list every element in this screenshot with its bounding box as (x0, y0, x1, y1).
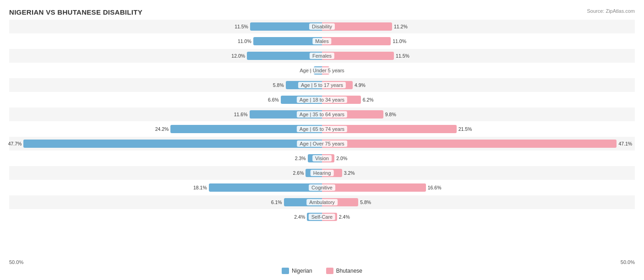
row-label: Age | Over 75 years (297, 140, 347, 147)
row-label: Age | 5 to 17 years (298, 82, 346, 88)
table-row: 5.8% 4.9% Age | 5 to 17 years (9, 78, 635, 92)
value-left: 5.8% (273, 82, 286, 88)
row-label: Age | 65 to 74 years (297, 126, 347, 132)
bar-section: 2.4% 2.4% Self-Care (9, 210, 635, 224)
row-label: Males (312, 38, 331, 44)
value-left: 2.6% (293, 170, 306, 176)
table-row: 6.6% 6.2% Age | 18 to 34 years (9, 93, 635, 107)
bar-section: 18.1% 16.6% Cognitive (9, 181, 635, 194)
value-right: 9.8% (383, 112, 396, 117)
table-row: 1.3% 1.2% Age | Under 5 years (9, 64, 635, 77)
value-right: 4.9% (353, 82, 366, 88)
bar-section: 11.6% 9.8% Age | 35 to 64 years (9, 108, 635, 121)
legend-bhutanese-icon (326, 268, 333, 274)
row-label: Vision (312, 155, 332, 162)
value-left: 47.7% (8, 141, 24, 146)
value-right: 11.2% (392, 24, 408, 29)
value-right: 3.2% (342, 170, 355, 176)
bar-section: 47.7% 47.1% Age | Over 75 years (9, 137, 635, 151)
axis-left: 50.0% (9, 259, 23, 265)
row-label: Ambulatory (306, 199, 338, 205)
value-left: 6.6% (268, 97, 281, 102)
chart-title: NIGERIAN VS BHUTANESE DISABILITY (9, 8, 635, 16)
value-left: 2.3% (295, 156, 308, 161)
value-left: 11.6% (234, 112, 250, 117)
axis-labels: 50.0% 50.0% (9, 259, 635, 265)
bar-section: 24.2% 21.5% Age | 65 to 74 years (9, 122, 635, 136)
legend-bhutanese: Bhutanese (326, 268, 362, 274)
bar-bhutanese (322, 140, 617, 148)
bar-nigerian (253, 37, 322, 45)
legend-nigerian-icon (282, 268, 289, 274)
value-right: 21.5% (457, 126, 472, 132)
bar-section: 12.0% 11.5% Females (9, 49, 635, 63)
value-left: 18.1% (193, 185, 209, 190)
row-label: Cognitive (309, 184, 335, 191)
bar-bhutanese (322, 183, 426, 192)
chart-container: NIGERIAN VS BHUTANESE DISABILITY Source:… (0, 0, 644, 280)
table-row: 24.2% 21.5% Age | 65 to 74 years (9, 122, 635, 136)
legend-nigerian: Nigerian (282, 268, 312, 274)
table-row: 18.1% 16.6% Cognitive (9, 181, 635, 194)
bar-section: 2.3% 2.0% Vision (9, 151, 635, 165)
bar-nigerian (23, 140, 322, 148)
row-label: Age | Under 5 years (297, 67, 347, 74)
table-row: 2.4% 2.4% Self-Care (9, 210, 635, 224)
bar-section: 5.8% 4.9% Age | 5 to 17 years (9, 78, 635, 92)
row-label: Disability (309, 23, 335, 30)
axis-right: 50.0% (621, 259, 635, 265)
value-right: 2.0% (334, 156, 347, 161)
value-right: 11.5% (394, 53, 409, 59)
value-left: 24.2% (155, 126, 171, 132)
bar-section: 11.5% 11.2% Disability (9, 20, 635, 33)
bar-section: 1.3% 1.2% Age | Under 5 years (9, 64, 635, 77)
table-row: 47.7% 47.1% Age | Over 75 years (9, 137, 635, 151)
row-label: Hearing (311, 170, 334, 176)
legend-nigerian-label: Nigerian (292, 268, 312, 274)
row-label: Age | 18 to 34 years (297, 97, 347, 103)
value-left: 6.1% (271, 199, 284, 205)
value-left: 2.4% (294, 214, 307, 220)
source-label: Source: ZipAtlas.com (587, 8, 635, 14)
value-right: 47.1% (617, 141, 632, 146)
table-row: 11.6% 9.8% Age | 35 to 64 years (9, 108, 635, 121)
table-row: 6.1% 5.8% Ambulatory (9, 195, 635, 209)
value-right: 6.2% (361, 97, 374, 102)
bar-section: 2.6% 3.2% Hearing (9, 166, 635, 180)
row-label: Females (310, 53, 334, 59)
value-right: 11.0% (391, 38, 406, 44)
chart-area: 11.5% 11.2% Disability 11.0% 11.0% Males… (9, 20, 635, 258)
table-row: 2.3% 2.0% Vision (9, 151, 635, 165)
value-left: 11.0% (238, 38, 253, 44)
bar-section: 6.6% 6.2% Age | 18 to 34 years (9, 93, 635, 107)
value-right: 2.4% (337, 214, 350, 220)
value-right: 16.6% (426, 185, 442, 190)
value-left: 11.5% (235, 24, 250, 29)
value-right: 5.8% (358, 199, 371, 205)
legend-bhutanese-label: Bhutanese (336, 268, 362, 274)
bar-section: 6.1% 5.8% Ambulatory (9, 195, 635, 209)
bar-nigerian (209, 183, 322, 192)
table-row: 11.0% 11.0% Males (9, 34, 635, 48)
table-row: 11.5% 11.2% Disability (9, 20, 635, 33)
bar-section: 11.0% 11.0% Males (9, 34, 635, 48)
table-row: 12.0% 11.5% Females (9, 49, 635, 63)
legend: Nigerian Bhutanese (9, 268, 635, 274)
bar-bhutanese (322, 37, 391, 45)
row-label: Self-Care (309, 214, 335, 220)
value-left: 12.0% (231, 53, 247, 59)
row-label: Age | 35 to 64 years (297, 111, 347, 118)
table-row: 2.6% 3.2% Hearing (9, 166, 635, 180)
